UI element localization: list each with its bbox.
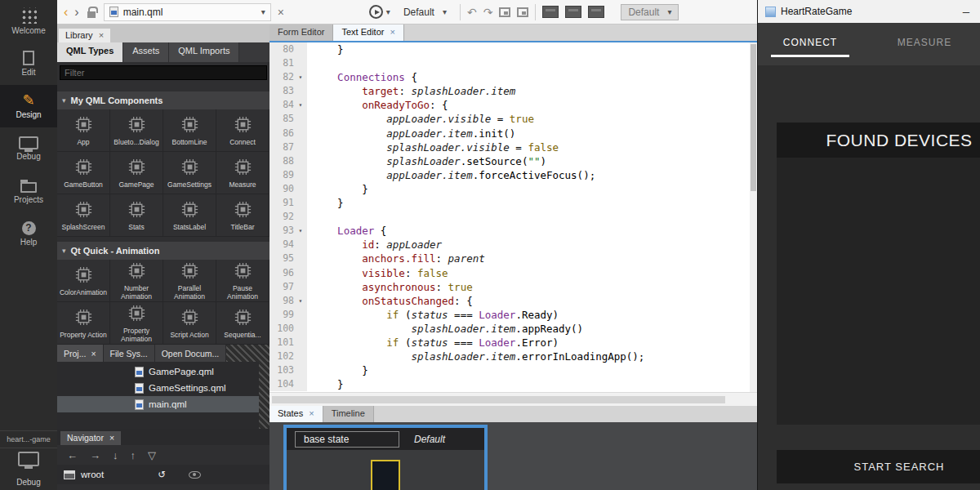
tab-timeline[interactable]: Timeline [323,406,374,422]
component-item[interactable]: BottomLine [163,109,216,152]
editor-horizontal-scrollbar[interactable] [270,392,757,406]
file-item[interactable]: GamePage.qml [57,363,270,380]
move-right-icon[interactable]: → [90,449,100,461]
state-name-field[interactable]: base state [295,431,399,448]
style-selector[interactable]: Default ▾ [621,4,679,20]
redo-icon[interactable]: ↷ [483,7,493,18]
tab-qml-types[interactable]: QML Types [57,42,123,62]
scrollbar-thumb[interactable] [272,396,725,403]
component-item[interactable]: GamePage [110,152,163,194]
component-item[interactable]: Stats [110,194,163,237]
component-item[interactable]: SplashScreen [57,194,110,237]
move-up-icon[interactable]: ↑ [131,449,136,461]
code-line[interactable]: 92 [270,210,757,224]
split-view-icon[interactable] [499,7,510,17]
tab-assets[interactable]: Assets [123,42,169,62]
code-line[interactable]: 93▾ Loader { [270,224,757,238]
component-item[interactable]: GameButton [57,152,110,194]
mode-help[interactable]: ? Help [0,212,57,255]
code-line[interactable]: 101 if (status === Loader.Error) [270,336,757,350]
component-item[interactable]: StatsLabel [163,194,216,237]
fold-marker-icon[interactable]: ▾ [294,98,307,112]
close-document-icon[interactable]: × [278,6,284,19]
mode-welcome[interactable]: Welcome [0,0,57,42]
start-search-button[interactable]: START SEARCH [777,450,980,483]
component-item[interactable]: Sequentia... [216,302,270,345]
tab-form-editor[interactable]: Form Editor [270,24,333,41]
code-line[interactable]: 82▾ Connections { [270,70,757,84]
code-line[interactable]: 88 splashLoader.setSource("") [270,154,757,168]
code-line[interactable]: 91 } [270,196,757,210]
minimize-icon[interactable]: – [960,7,973,16]
component-item[interactable]: Property Animation [110,302,163,345]
app-titlebar[interactable]: HeartRateGame – [758,0,980,23]
component-item[interactable]: Parallel Animation [163,260,216,302]
move-left-icon[interactable]: ← [67,449,78,461]
close-icon[interactable]: × [309,408,314,418]
layout-toggle-1-icon[interactable] [542,6,559,18]
filter-funnel-icon[interactable]: ▽ [148,449,156,461]
file-item[interactable]: GameSettings.qml [57,380,270,396]
code-line[interactable]: 85 appLoader.visible = true [270,112,757,126]
component-item[interactable]: Pause Animation [216,260,270,302]
tab-file-system[interactable]: File Sys... [104,345,155,362]
navigate-forward-icon[interactable]: › [74,6,78,19]
navigator-root-item[interactable]: wroot ↺ [57,465,270,484]
mode-design[interactable]: ✎ Design [0,85,57,127]
section-qt-quick-animation[interactable]: ▾ Qt Quick - Animation [57,242,270,260]
fold-marker-icon[interactable]: ▾ [294,294,307,308]
run-config-selector[interactable]: Default ▾ [397,4,453,20]
tab-projects[interactable]: Proj... × [57,345,104,362]
file-item[interactable]: main.qml [57,396,270,412]
code-line[interactable]: 81 [270,56,757,70]
move-down-icon[interactable]: ↓ [113,449,118,461]
close-icon[interactable]: × [99,30,104,40]
component-item[interactable]: Script Action [163,302,216,345]
code-line[interactable]: 90 } [270,182,757,196]
mode-projects[interactable]: Projects [0,170,57,212]
component-item[interactable]: ColorAnimation [57,260,110,302]
layout-toggle-2-icon[interactable] [565,6,581,18]
tab-qml-imports[interactable]: QML Imports [169,42,239,62]
component-item[interactable]: Property Action [57,302,110,345]
open-document-selector[interactable]: main.qml ▾ [104,3,271,21]
fold-marker-icon[interactable]: ▾ [294,224,307,238]
run-button[interactable] [369,5,383,19]
mode-edit[interactable]: Edit [0,42,57,85]
export-refresh-icon[interactable]: ↺ [158,469,166,480]
navigator-panel-tab[interactable]: Navigator × [60,431,121,445]
code-line[interactable]: 103 } [270,363,757,377]
code-line[interactable]: 94 id: appLoader [270,238,757,252]
close-icon[interactable]: × [91,349,96,359]
section-my-qml-components[interactable]: ▾ My QML Components [57,91,270,109]
component-item[interactable]: Blueto...Dialog [110,109,163,152]
code-line[interactable]: 97 asynchronous: true [270,280,757,294]
code-line[interactable]: 99 if (status === Loader.Ready) [270,308,757,322]
base-state-card[interactable]: base state Default [283,425,488,490]
code-line[interactable]: 87 splashLoader.visible = false [270,140,757,154]
run-options-caret-icon[interactable]: ▾ [386,7,390,16]
navigate-back-icon[interactable]: ‹ [64,6,68,19]
close-icon[interactable]: × [109,433,114,443]
kit-selector[interactable]: heart...-game Debug [0,430,57,490]
component-item[interactable]: App [57,109,110,152]
code-line[interactable]: 104 } [270,377,757,391]
component-item[interactable]: Connect [216,109,270,152]
tab-connect[interactable]: CONNECT [771,29,849,57]
code-line[interactable]: 80 } [270,42,757,56]
visibility-eye-icon[interactable] [189,471,201,479]
editor-vertical-scrollbar[interactable] [750,42,757,392]
code-line[interactable]: 86 appLoader.item.init() [270,127,757,140]
scrollbar-thumb[interactable] [751,44,756,191]
detach-view-icon[interactable] [517,7,528,17]
component-item[interactable]: Number Animation [110,260,163,302]
code-line[interactable]: 84▾ onReadyToGo: { [270,98,757,112]
tab-open-documents[interactable]: Open Docum... [155,345,227,362]
close-icon[interactable]: × [390,27,394,37]
file-list-scrollbar[interactable] [259,362,270,429]
component-item[interactable]: Measure [216,152,270,194]
code-line[interactable]: 98▾ onStatusChanged: { [270,294,757,308]
component-item[interactable]: GameSettings [163,152,216,194]
mode-debug[interactable]: Debug [0,127,57,170]
layout-toggle-3-icon[interactable] [588,6,604,18]
